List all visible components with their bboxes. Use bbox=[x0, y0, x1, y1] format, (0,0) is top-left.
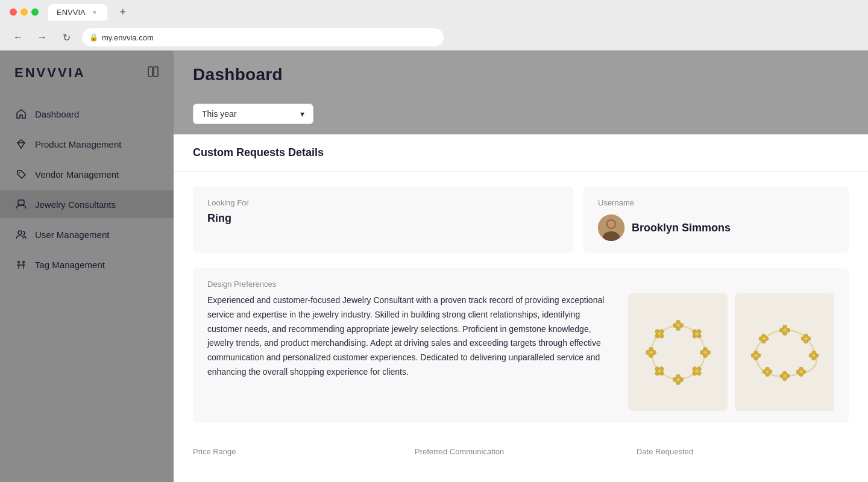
main-content: Dashboard This year ▾ Custom Requests De… bbox=[174, 51, 868, 482]
design-pref-inner: Experienced and customer-focused Jewelry… bbox=[207, 293, 834, 411]
svg-point-33 bbox=[649, 351, 653, 354]
svg-point-4 bbox=[19, 172, 20, 174]
main-header: Dashboard bbox=[174, 51, 868, 94]
svg-point-78 bbox=[783, 374, 787, 378]
svg-point-23 bbox=[676, 378, 680, 381]
design-preferences-card: Design Preferences Experienced and custo… bbox=[193, 268, 849, 423]
svg-point-83 bbox=[766, 370, 769, 374]
forward-button[interactable]: → bbox=[34, 29, 51, 46]
svg-point-93 bbox=[762, 337, 766, 340]
user-info: Brooklyn Simmons bbox=[598, 214, 834, 241]
close-button[interactable] bbox=[10, 8, 17, 16]
sidebar-item-label: Jewelry Consultants bbox=[35, 199, 116, 210]
avatar-image bbox=[598, 214, 624, 241]
minimize-button[interactable] bbox=[20, 8, 28, 16]
browser-tab[interactable]: ENVVIA × bbox=[48, 4, 107, 20]
jewelry-image-1 bbox=[628, 293, 728, 411]
detail-header: Custom Requests Details bbox=[174, 134, 868, 172]
looking-for-value: Ring bbox=[207, 212, 559, 225]
logo-text: ENVVVIA bbox=[14, 65, 86, 81]
svg-point-6 bbox=[18, 231, 22, 234]
nav-bar: ← → ↻ 🔒 my.envvia.com bbox=[0, 24, 868, 51]
username-label: Username bbox=[598, 198, 834, 207]
sidebar-item-user-management[interactable]: User Management bbox=[0, 221, 174, 248]
design-images bbox=[628, 293, 834, 411]
sidebar-item-label: User Management bbox=[35, 230, 109, 240]
browser-chrome: ENVVIA × + ← → ↻ 🔒 my.envvia.com bbox=[0, 0, 868, 51]
design-pref-text: Experienced and customer-focused Jewelry… bbox=[207, 293, 616, 380]
lock-icon: 🔒 bbox=[89, 33, 98, 42]
svg-point-73 bbox=[799, 370, 803, 374]
svg-rect-0 bbox=[148, 67, 153, 77]
looking-for-card: Looking For Ring bbox=[193, 186, 574, 253]
sidebar-item-label: Tag Management bbox=[35, 260, 105, 270]
svg-point-12 bbox=[608, 221, 615, 228]
svg-point-18 bbox=[676, 324, 680, 327]
sidebar-item-label: Product Management bbox=[35, 139, 121, 149]
users-icon bbox=[14, 228, 28, 241]
app-container: ENVVVIA Dashboard bbox=[0, 51, 868, 482]
logo-area: ENVVVIA bbox=[0, 65, 174, 100]
price-range-card: Price Range bbox=[193, 437, 405, 465]
nav-menu: Dashboard Product Management bbox=[0, 100, 174, 278]
reload-button[interactable]: ↻ bbox=[58, 29, 75, 46]
svg-point-58 bbox=[783, 328, 787, 332]
detail-section-title: Custom Requests Details bbox=[193, 146, 849, 159]
price-range-label: Price Range bbox=[193, 447, 405, 456]
year-filter-select[interactable]: This year ▾ bbox=[193, 104, 313, 124]
date-requested-label: Date Requested bbox=[637, 447, 849, 456]
url-text: my.envvia.com bbox=[102, 33, 154, 42]
sidebar: ENVVVIA Dashboard bbox=[0, 51, 174, 482]
svg-marker-2 bbox=[17, 140, 25, 148]
home-icon bbox=[14, 107, 28, 120]
new-tab-button[interactable]: + bbox=[115, 4, 131, 20]
tab-close-button[interactable]: × bbox=[90, 8, 99, 16]
sidebar-item-product-management[interactable]: Product Management bbox=[0, 130, 174, 158]
detail-body: Looking For Ring Username bbox=[174, 172, 868, 479]
person-icon bbox=[14, 198, 28, 211]
year-filter-label: This year bbox=[202, 109, 237, 119]
svg-point-68 bbox=[812, 354, 816, 357]
sidebar-toggle-button[interactable] bbox=[147, 66, 159, 81]
traffic-lights bbox=[10, 8, 39, 16]
sidebar-item-label: Dashboard bbox=[35, 109, 79, 119]
top-row: Looking For Ring Username bbox=[193, 186, 849, 253]
sidebar-item-vendor-management[interactable]: Vendor Management bbox=[0, 160, 174, 188]
back-button[interactable]: ← bbox=[10, 29, 27, 46]
page-title: Dashboard bbox=[193, 65, 849, 84]
sidebar-item-label: Vendor Management bbox=[35, 169, 119, 180]
date-requested-card: Date Requested bbox=[637, 437, 849, 465]
title-bar: ENVVIA × + bbox=[0, 0, 868, 24]
svg-point-63 bbox=[804, 337, 808, 340]
price-tag-icon bbox=[14, 258, 28, 271]
sidebar-item-tag-management[interactable]: Tag Management bbox=[0, 251, 174, 278]
svg-point-28 bbox=[703, 351, 707, 354]
header-toolbar: This year ▾ bbox=[174, 94, 868, 134]
svg-point-7 bbox=[18, 261, 20, 263]
address-bar[interactable]: 🔒 my.envvia.com bbox=[82, 28, 444, 46]
tab-title: ENVVIA bbox=[57, 8, 86, 17]
sidebar-item-jewelry-consultants[interactable]: Jewelry Consultants bbox=[0, 190, 174, 218]
avatar bbox=[598, 214, 624, 241]
bottom-row: Price Range Preferred Communication Date… bbox=[193, 437, 849, 465]
jewelry-image-2 bbox=[735, 293, 834, 411]
preferred-communication-card: Preferred Communication bbox=[415, 437, 627, 465]
username-value: Brooklyn Simmons bbox=[632, 222, 731, 234]
looking-for-label: Looking For bbox=[207, 198, 559, 207]
chevron-down-icon: ▾ bbox=[300, 109, 304, 119]
preferred-communication-label: Preferred Communication bbox=[415, 447, 627, 456]
design-pref-label: Design Preferences bbox=[207, 280, 834, 289]
username-card: Username bbox=[583, 186, 849, 253]
diamond-icon bbox=[14, 137, 28, 151]
svg-point-88 bbox=[754, 354, 758, 357]
tag-icon bbox=[14, 167, 28, 181]
detail-panel: Custom Requests Details Looking For Ring… bbox=[174, 134, 868, 482]
svg-rect-1 bbox=[154, 67, 158, 77]
sidebar-item-dashboard[interactable]: Dashboard bbox=[0, 100, 174, 128]
svg-rect-5 bbox=[18, 200, 24, 205]
maximize-button[interactable] bbox=[31, 8, 39, 16]
design-pref-text-area: Experienced and customer-focused Jewelry… bbox=[207, 293, 616, 411]
svg-point-8 bbox=[23, 261, 25, 263]
